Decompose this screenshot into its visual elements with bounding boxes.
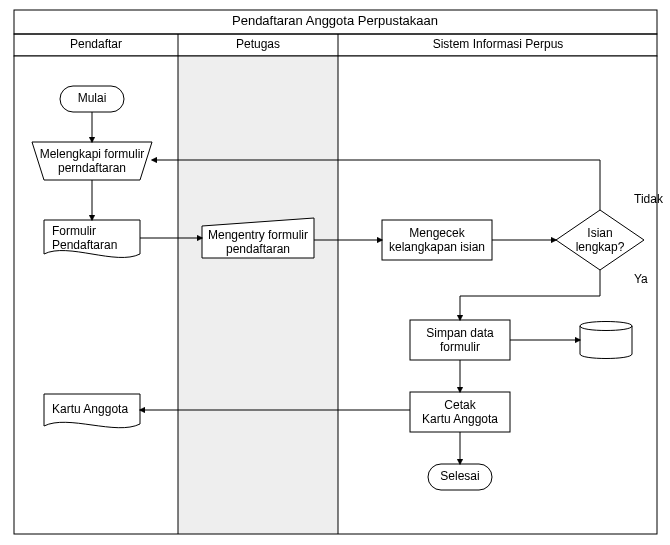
diagram-title: Pendaftaran Anggota Perpustakaan	[232, 13, 438, 28]
node-fill-form: Melengkapi formulir perndaftaran	[32, 142, 152, 180]
label-fill-form-2: perndaftaran	[58, 161, 126, 175]
flowchart-diagram: Pendaftaran Anggota Perpustakaan Pendaft…	[0, 0, 670, 545]
label-start: Mulai	[78, 91, 107, 105]
label-entry-2: pendaftaran	[226, 242, 290, 256]
label-check-1: Mengecek	[409, 226, 465, 240]
label-decision-yes: Ya	[634, 272, 648, 286]
node-database	[580, 322, 632, 359]
lane-bg-petugas	[178, 56, 338, 534]
node-save: Simpan data formulir	[410, 320, 510, 360]
node-card-document: Kartu Anggota	[44, 394, 140, 428]
label-end: Selesai	[440, 469, 479, 483]
label-save-2: formulir	[440, 340, 480, 354]
label-decision-1: Isian	[587, 226, 612, 240]
label-save-1: Simpan data	[426, 326, 494, 340]
node-start: Mulai	[60, 86, 124, 112]
node-end: Selesai	[428, 464, 492, 490]
label-fill-form-1: Melengkapi formulir	[40, 147, 145, 161]
node-print: Cetak Kartu Anggota	[410, 392, 510, 432]
label-form-doc-2: Pendaftaran	[52, 238, 117, 252]
node-check: Mengecek kelangkapan isian	[382, 220, 492, 260]
label-print-1: Cetak	[444, 398, 476, 412]
lane-bg-sistem	[338, 56, 657, 534]
label-card-doc: Kartu Anggota	[52, 402, 128, 416]
lane-label-petugas: Petugas	[236, 37, 280, 51]
label-check-2: kelangkapan isian	[389, 240, 485, 254]
label-decision-2: lengkap?	[576, 240, 625, 254]
label-print-2: Kartu Anggota	[422, 412, 498, 426]
lane-bg-pendaftar	[14, 56, 178, 534]
label-entry-1: Mengentry formulir	[208, 228, 308, 242]
lane-label-sistem: Sistem Informasi Perpus	[433, 37, 564, 51]
label-form-doc-1: Formulir	[52, 224, 96, 238]
lane-label-pendaftar: Pendaftar	[70, 37, 122, 51]
label-decision-no: Tidak	[634, 192, 664, 206]
node-form-document: Formulir Pendaftaran	[44, 220, 140, 257]
